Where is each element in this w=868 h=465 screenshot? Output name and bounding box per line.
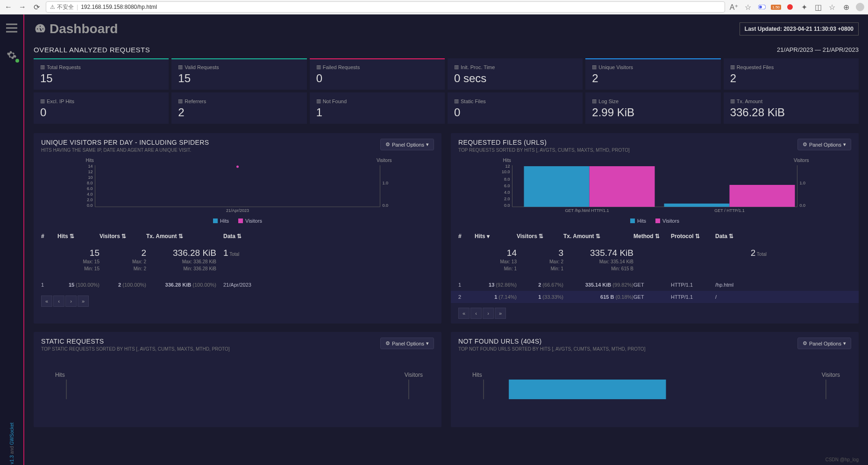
svg-text:6.0: 6.0 xyxy=(504,183,510,188)
col-tx[interactable]: Tx. Amount ⇅ xyxy=(146,233,216,240)
svg-text:0.0: 0.0 xyxy=(504,203,510,208)
page-next-button[interactable]: › xyxy=(483,308,494,319)
svg-text:10.0: 10.0 xyxy=(502,169,510,174)
refresh-button[interactable]: ⟳ xyxy=(32,2,41,12)
page-next-button[interactable]: › xyxy=(65,296,77,307)
files-subtitle: TOP REQUESTS SORTED BY HITS [, AVGTS, CU… xyxy=(458,148,630,153)
table-summary: 15Max: 15Min: 15 2Max: 2Min: 2 336.28 Ki… xyxy=(34,244,441,279)
col-data[interactable]: Data ⇅ xyxy=(715,233,767,240)
col-hits[interactable]: Hits ⇅ xyxy=(57,233,100,240)
col-n[interactable]: # xyxy=(41,233,57,240)
favorites-icon[interactable]: ☆ xyxy=(828,3,836,11)
visitors-panel: UNIQUE VISITORS PER DAY - INCLUDING SPID… xyxy=(34,133,441,324)
svg-point-18 xyxy=(236,166,239,168)
col-vis[interactable]: Visitors ⇅ xyxy=(517,233,563,240)
pagination: « ‹ › » xyxy=(451,303,859,324)
stat-card: ▥ Not Found1 xyxy=(310,92,445,124)
stat-value: 336.28 KiB xyxy=(730,106,852,119)
chart-icon: ▥ xyxy=(730,98,735,104)
back-button[interactable]: ← xyxy=(4,2,13,12)
col-proto[interactable]: Protocol ⇅ xyxy=(671,233,715,240)
svg-text:4.0: 4.0 xyxy=(87,192,93,197)
panel-options-button[interactable]: ⚙ Panel Options ▾ xyxy=(380,139,434,150)
stat-card: ▥ Log Size2.99 KiB xyxy=(585,92,720,124)
chart-icon: ▥ xyxy=(316,98,321,104)
stat-label: ▥ Failed Requests xyxy=(316,64,438,70)
static-chart: Hits Visitors xyxy=(34,357,441,427)
date-range: 21/APR/2023 — 21/APR/2023 xyxy=(777,46,859,53)
chart-icon: ▥ xyxy=(454,64,459,70)
col-data[interactable]: Data ⇅ xyxy=(216,233,434,240)
table-header: # Hits ▾ Visitors ⇅ Tx. Amount ⇅ Method … xyxy=(451,228,859,244)
col-hits[interactable]: Hits ▾ xyxy=(475,233,517,240)
visitors-subtitle: HITS HAVING THE SAME IP, DATE AND AGENT … xyxy=(41,148,209,153)
table-row[interactable]: 115 (100.00%)2 (100.00%)336.28 KiB (100.… xyxy=(34,279,441,291)
page-prev-button[interactable]: ‹ xyxy=(53,296,64,307)
sort-icon: ⇅ xyxy=(729,233,733,240)
svg-text:8.0: 8.0 xyxy=(504,177,510,182)
settings-icon[interactable] xyxy=(5,49,18,62)
sort-icon: ⇅ xyxy=(237,233,242,240)
stat-value: 2 xyxy=(178,106,300,119)
stat-value: 2 xyxy=(592,72,714,85)
panel-options-button[interactable]: ⚙ Panel Options ▾ xyxy=(380,338,434,349)
static-subtitle: TOP STATIC REQUESTS SORTED BY HITS [, AV… xyxy=(41,346,230,352)
table-row[interactable]: 113 (92.86%)2 (66.67%)335.14 KiB (99.82%… xyxy=(451,279,859,291)
menu-icon[interactable] xyxy=(5,21,18,35)
col-vis[interactable]: Visitors ⇅ xyxy=(100,233,146,240)
page-last-button[interactable]: » xyxy=(78,296,89,307)
address-bar[interactable]: ⚠ 不安全 | 192.168.159.158:8080/hp.html xyxy=(46,1,725,13)
svg-text:Visitors: Visitors xyxy=(405,372,423,378)
caret-down-icon: ▾ xyxy=(426,340,429,346)
extensions-icon[interactable]: ✦ xyxy=(800,3,808,11)
svg-text:1.0: 1.0 xyxy=(800,181,806,185)
svg-text:6.0: 6.0 xyxy=(87,186,93,191)
col-tx[interactable]: Tx. Amount ⇅ xyxy=(563,233,633,240)
text-size-icon[interactable]: A⁺ xyxy=(730,3,738,11)
stat-value: 2.99 KiB xyxy=(592,106,714,119)
table-row[interactable]: 21 (7.14%)1 (33.33%)615 B (0.18%)GETHTTP… xyxy=(451,291,859,303)
svg-rect-37 xyxy=(730,185,795,207)
chart-icon: ▥ xyxy=(40,98,45,104)
url-text: 192.168.159.158:8080/hp.html xyxy=(81,4,157,10)
forward-button[interactable]: → xyxy=(18,2,27,12)
svg-text:Visitors: Visitors xyxy=(822,372,840,378)
notfound-subtitle: TOP NOT FOUND URLS SORTED BY HITS [, AVG… xyxy=(458,346,645,352)
panel-options-button[interactable]: ⚙ Panel Options ▾ xyxy=(797,338,851,349)
split-screen-icon[interactable]: ◫ xyxy=(814,3,822,11)
goaccess-link[interactable]: v1.3 xyxy=(9,455,14,464)
notfound-title: NOT FOUND URLS (404S) xyxy=(458,338,645,345)
collections-icon[interactable]: ⊕ xyxy=(842,3,850,11)
col-meth[interactable]: Method ⇅ xyxy=(633,233,671,240)
table-summary: 14Max: 13Min: 1 3Max: 2Min: 1 335.74 KiB… xyxy=(451,244,859,279)
stat-label: ▥ Static Files xyxy=(454,98,576,104)
extension-toggle-icon[interactable] xyxy=(758,3,766,11)
svg-rect-34 xyxy=(524,166,590,207)
files-panel: REQUESTED FILES (URLS) TOP REQUESTS SORT… xyxy=(451,133,859,324)
panel-options-button[interactable]: ⚙ Panel Options ▾ xyxy=(797,139,851,150)
gwsocket-link[interactable]: GWSocket xyxy=(9,423,14,445)
notfound-chart: Hits Visitors xyxy=(451,357,859,427)
profile-icon[interactable] xyxy=(856,3,864,11)
extension-badge-icon[interactable]: 1.50 xyxy=(772,3,780,11)
extension-red-icon[interactable] xyxy=(786,3,794,11)
last-updated: Last Updated: 2023-04-21 11:30:03 +0800 xyxy=(740,22,859,35)
gear-icon: ⚙ xyxy=(803,141,807,148)
page-first-button[interactable]: « xyxy=(458,308,470,319)
page-last-button[interactable]: » xyxy=(495,308,506,319)
page-title: Dashboard xyxy=(34,21,118,36)
col-n[interactable]: # xyxy=(458,233,475,240)
sort-icon: ⇅ xyxy=(121,233,126,240)
sort-icon: ⇅ xyxy=(596,233,600,240)
svg-text:2.0: 2.0 xyxy=(87,197,93,202)
stat-label: ▥ Total Requests xyxy=(40,64,162,70)
static-panel: STATIC REQUESTS TOP STATIC REQUESTS SORT… xyxy=(34,332,441,427)
page-prev-button[interactable]: ‹ xyxy=(470,308,482,319)
read-aloud-icon[interactable]: ☆ xyxy=(744,3,752,11)
page-first-button[interactable]: « xyxy=(41,296,52,307)
stat-value: 15 xyxy=(40,72,162,85)
stat-card: ▥ Requested Files2 xyxy=(724,58,859,90)
insecure-warning-icon: ⚠ 不安全 xyxy=(50,3,74,11)
status-dot-icon xyxy=(15,59,19,63)
chart-icon: ▥ xyxy=(178,98,183,104)
